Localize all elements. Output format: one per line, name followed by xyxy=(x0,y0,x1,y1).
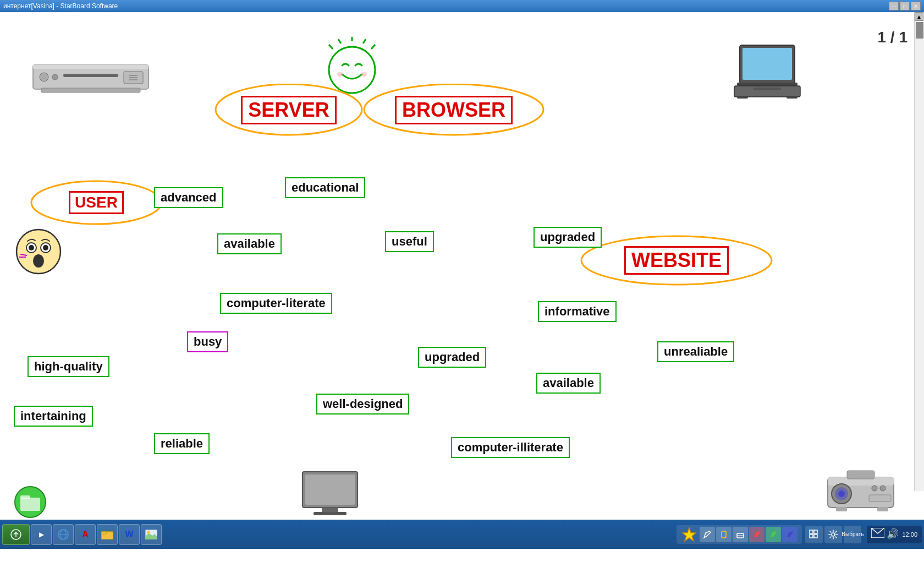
svg-rect-60 xyxy=(101,532,107,534)
website-label: WEBSITE xyxy=(624,246,729,275)
browser-label: BROWSER xyxy=(395,96,513,124)
word-upgraded-2: upgraded xyxy=(418,347,486,368)
image-button[interactable] xyxy=(141,524,162,545)
svg-rect-50 xyxy=(836,507,847,511)
tray-email-button[interactable] xyxy=(871,528,884,541)
svg-point-16 xyxy=(337,72,343,77)
taskbar: ▶ A W xyxy=(0,520,924,549)
svg-rect-23 xyxy=(737,96,748,99)
starboard-icon xyxy=(681,526,697,543)
svg-point-45 xyxy=(838,490,845,497)
svg-rect-2 xyxy=(63,74,118,77)
word-busy: busy xyxy=(187,331,228,352)
system-tray: 🔊 12:00 xyxy=(867,526,922,543)
starboard-toolbar xyxy=(676,525,802,544)
word-computer-literate: computer-literate xyxy=(220,293,332,314)
svg-rect-22 xyxy=(754,88,781,90)
folder-button[interactable] xyxy=(97,524,118,545)
svg-rect-69 xyxy=(810,535,813,538)
ie-button[interactable] xyxy=(53,524,74,545)
svg-rect-51 xyxy=(877,507,888,511)
svg-point-17 xyxy=(361,72,367,77)
svg-rect-54 xyxy=(20,495,30,499)
server-label: SERVER xyxy=(241,96,336,124)
clock: 12:00 xyxy=(902,531,917,538)
word-unrealiable: unrealiable xyxy=(657,341,734,362)
svg-rect-1 xyxy=(33,64,148,69)
word-educational: educational xyxy=(285,177,365,198)
scroll-up-button[interactable]: ▲ xyxy=(915,12,923,21)
server-oval: SERVER xyxy=(215,84,363,136)
website-oval: WEBSITE xyxy=(580,235,773,286)
word-computer-illiterate: computer-illiterate xyxy=(451,437,570,458)
svg-line-12 xyxy=(363,39,366,43)
svg-line-14 xyxy=(371,45,375,49)
laptop-image xyxy=(732,42,803,103)
red-pen-button[interactable] xyxy=(749,527,765,542)
blue-pen-button[interactable] xyxy=(782,527,798,542)
svg-rect-70 xyxy=(814,535,817,538)
grid-button[interactable] xyxy=(805,526,823,543)
svg-rect-68 xyxy=(814,530,817,533)
green-ball-image xyxy=(14,486,47,519)
svg-point-48 xyxy=(880,486,886,491)
title-bar-controls: — □ ✕ xyxy=(889,2,921,10)
svg-rect-24 xyxy=(787,96,798,99)
svg-rect-40 xyxy=(314,512,346,515)
maximize-button[interactable]: □ xyxy=(900,2,910,10)
marker-tool-button[interactable] xyxy=(716,527,732,542)
svg-rect-38 xyxy=(305,475,355,505)
scrollbar[interactable]: ▲ xyxy=(914,12,924,491)
pen-tool-button[interactable] xyxy=(700,527,715,542)
word-button[interactable]: A xyxy=(75,524,96,545)
browser-oval: BROWSER xyxy=(363,84,544,136)
word-upgraded-1: upgraded xyxy=(534,227,602,248)
svg-rect-9 xyxy=(41,88,140,92)
word-advanced: advanced xyxy=(154,187,223,208)
svg-marker-63 xyxy=(683,528,696,541)
svg-rect-67 xyxy=(810,530,813,533)
svg-rect-49 xyxy=(869,495,891,501)
user-oval: USER xyxy=(30,180,162,225)
svg-point-29 xyxy=(43,245,48,250)
word-intertaining: intertaining xyxy=(14,406,93,427)
page-counter: 1 / 1 xyxy=(878,29,908,46)
svg-point-62 xyxy=(147,531,150,534)
word-available-1: available xyxy=(217,233,282,254)
toolbar-tools xyxy=(700,527,798,542)
word-app-button[interactable]: W xyxy=(119,524,140,545)
scroll-thumb[interactable] xyxy=(916,22,923,39)
media-button[interactable]: ▶ xyxy=(31,524,52,545)
svg-rect-64 xyxy=(722,531,726,538)
tray-sound-button[interactable]: 🔊 xyxy=(887,528,900,541)
svg-line-13 xyxy=(329,45,333,49)
word-informative: informative xyxy=(538,301,617,322)
title-bar: интернет[Vasina] - StarBoard Software — … xyxy=(0,0,924,12)
select-button[interactable]: Выбрать xyxy=(844,526,861,543)
svg-rect-53 xyxy=(20,498,40,511)
eraser-tool-button[interactable] xyxy=(733,527,748,542)
green-pen-button[interactable] xyxy=(766,527,781,542)
svg-point-47 xyxy=(872,486,877,491)
word-useful: useful xyxy=(385,231,434,252)
word-reliable: reliable xyxy=(154,433,210,454)
user-label: USER xyxy=(69,191,124,214)
word-high-quality: high-quality xyxy=(28,356,109,377)
title-bar-text: интернет[Vasina] - StarBoard Software xyxy=(3,2,118,10)
word-well-designed: well-designed xyxy=(316,394,409,415)
dvd-player-image xyxy=(30,56,151,95)
svg-point-4 xyxy=(52,74,58,80)
projector-image xyxy=(825,466,897,516)
close-button[interactable]: ✕ xyxy=(911,2,921,10)
settings-button[interactable] xyxy=(824,526,842,543)
svg-point-27 xyxy=(29,245,34,250)
svg-point-71 xyxy=(832,533,835,536)
right-toolbar: Выбрать xyxy=(805,526,861,543)
main-canvas: 1 / 1 ▲ xyxy=(0,12,924,549)
svg-rect-46 xyxy=(847,471,875,479)
minimize-button[interactable]: — xyxy=(889,2,899,10)
svg-point-30 xyxy=(33,254,44,268)
word-available-2: available xyxy=(536,373,601,394)
svg-point-3 xyxy=(40,73,48,81)
start-button[interactable] xyxy=(2,524,30,545)
